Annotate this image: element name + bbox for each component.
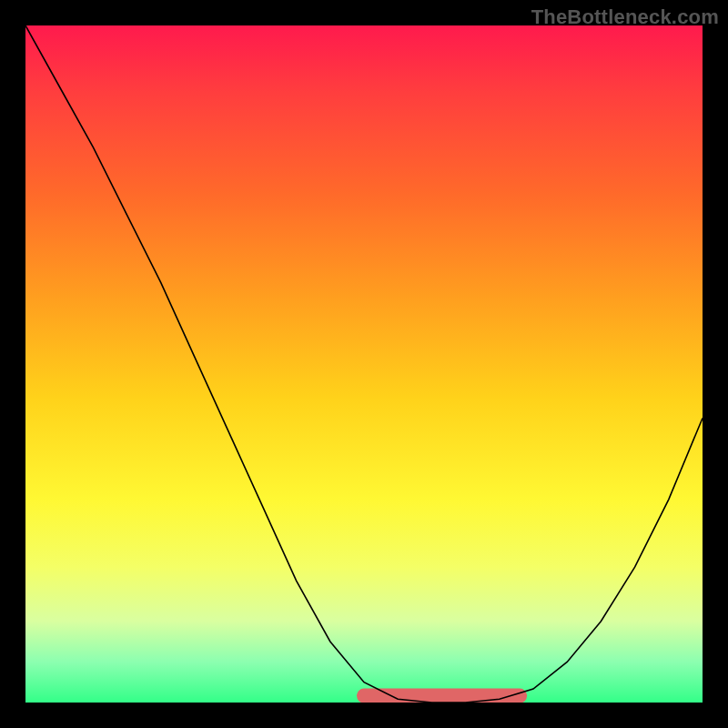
plot-area <box>25 25 703 703</box>
curve-svg <box>25 25 703 703</box>
bottleneck-curve <box>25 25 703 703</box>
chart-frame: TheBottleneck.com <box>0 0 728 728</box>
